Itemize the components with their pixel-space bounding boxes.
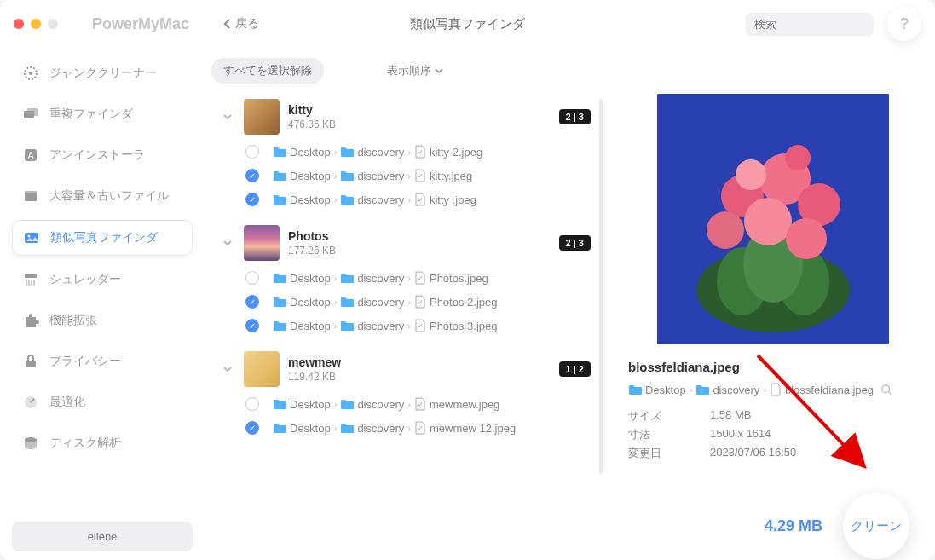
group-count-badge: 2 | 3	[559, 235, 591, 251]
file-row[interactable]: Desktop›discovery›kitty .jpeg	[211, 188, 599, 211]
file-row[interactable]: Desktop›discovery›mewmew.jpeg	[211, 392, 599, 416]
search-input[interactable]	[754, 18, 897, 31]
titlebar: PowerMyMac 戻る 類似写真ファインダ ?	[0, 0, 935, 48]
sidebar-item-disk-analysis[interactable]: ディスク解析	[12, 426, 193, 460]
file-checkbox[interactable]	[245, 319, 259, 332]
svg-point-11	[28, 235, 31, 238]
search-box[interactable]	[746, 13, 874, 36]
group-count-badge: 2 | 3	[559, 109, 591, 124]
svg-rect-9	[25, 191, 37, 193]
file-checkbox[interactable]	[245, 397, 259, 411]
meta-size-label: サイズ	[628, 408, 710, 424]
gear-icon	[22, 65, 39, 82]
meta-mod-value: 2023/07/06 16:50	[710, 446, 796, 461]
svg-rect-5	[27, 108, 38, 116]
path-seg: discovery	[357, 422, 404, 435]
result-group: mewmew119.42 KB1 | 2Desktop›discovery›me…	[211, 346, 599, 440]
file-row[interactable]: Desktop›discovery›Photos.jpeg	[211, 266, 599, 290]
group-header[interactable]: Photos177.26 KB2 | 3	[211, 220, 599, 266]
chevron-left-icon	[223, 18, 232, 30]
path-sep: ›	[690, 384, 693, 395]
clean-button[interactable]: クリーン	[843, 493, 909, 559]
group-header[interactable]: kitty476.36 KB2 | 3	[211, 94, 599, 140]
path-sep: ›	[763, 384, 766, 395]
sidebar-item-shredder[interactable]: シュレッダー	[12, 263, 193, 297]
puzzle-icon	[22, 312, 39, 329]
sidebar-item-privacy[interactable]: プライバシー	[12, 344, 193, 378]
file-checkbox[interactable]	[245, 295, 259, 309]
sidebar-item-label: 機能拡張	[49, 313, 97, 328]
sidebar-item-large-old-files[interactable]: 大容量＆古いファイル	[12, 179, 193, 213]
file-checkbox[interactable]	[245, 145, 259, 159]
meta-dim-value: 1500 x 1614	[710, 427, 771, 442]
lock-icon	[22, 353, 39, 370]
chevron-down-icon	[435, 66, 443, 75]
sidebar-item-extensions[interactable]: 機能拡張	[12, 303, 193, 338]
file-row[interactable]: Desktop›discovery›Photos 3.jpeg	[211, 314, 599, 338]
app-icon: A	[22, 147, 39, 164]
svg-point-3	[29, 72, 32, 75]
group-meta: mewmew119.42 KB	[288, 355, 559, 383]
file-checkbox[interactable]	[245, 271, 259, 285]
path-seg: discovery	[357, 320, 404, 332]
meta-dim-label: 寸法	[628, 427, 710, 442]
path-seg: discovery	[357, 296, 404, 309]
sidebar-item-similar-photo-finder[interactable]: 類似写真ファインダ	[12, 220, 193, 256]
folder-icon	[695, 384, 709, 395]
path-seg: Desktop	[290, 422, 331, 435]
sidebar-item-optimize[interactable]: 最適化	[12, 385, 193, 419]
path-seg: Desktop	[290, 170, 331, 182]
filename: kitty.jpeg	[430, 170, 472, 182]
file-row[interactable]: Desktop›discovery›kitty.jpeg	[211, 164, 599, 188]
file-row[interactable]: Desktop›discovery›Photos 2.jpeg	[211, 290, 599, 314]
shredder-icon	[22, 271, 39, 288]
collapse-toggle[interactable]	[220, 109, 235, 124]
folders-icon	[22, 106, 39, 123]
group-header[interactable]: mewmew119.42 KB1 | 2	[211, 346, 599, 392]
collapse-toggle[interactable]	[220, 235, 235, 251]
svg-point-28	[744, 198, 792, 245]
zoom-window-button[interactable]	[48, 19, 58, 29]
svg-line-34	[889, 392, 892, 395]
sidebar-item-label: シュレッダー	[49, 272, 121, 287]
sidebar-item-duplicate-finder[interactable]: 重複ファインダ	[12, 97, 193, 131]
file-breadcrumb: Desktop›discovery›kitty 2.jpeg	[273, 145, 482, 159]
group-name: mewmew	[288, 355, 559, 369]
sort-button[interactable]: 表示順序	[387, 63, 443, 78]
file-breadcrumb: Desktop›discovery›Photos 3.jpeg	[273, 319, 497, 332]
svg-point-31	[736, 159, 766, 190]
sidebar-item-uninstaller[interactable]: A アンインストーラ	[12, 138, 193, 172]
reveal-icon[interactable]	[880, 384, 892, 395]
user-pill[interactable]: eliene	[12, 522, 193, 551]
svg-point-32	[785, 145, 811, 170]
vertical-scrollbar[interactable]	[599, 99, 603, 474]
path-seg: Desktop	[290, 193, 331, 206]
total-size: 4.29 MB	[765, 517, 822, 535]
file-checkbox[interactable]	[245, 421, 259, 435]
deselect-all-button[interactable]: すべてを選択解除	[211, 58, 324, 84]
help-button[interactable]: ?	[887, 7, 921, 41]
file-breadcrumb: Desktop›discovery›Photos.jpeg	[273, 271, 488, 285]
svg-point-30	[786, 218, 827, 259]
back-button[interactable]: 戻る	[223, 16, 259, 32]
sidebar-item-junk-cleaner[interactable]: ジャンククリーナー	[12, 56, 193, 90]
filename: mewmew 12.jpeg	[430, 422, 516, 435]
speed-icon	[22, 394, 39, 411]
file-checkbox[interactable]	[245, 169, 259, 182]
close-window-button[interactable]	[14, 19, 24, 29]
disk-icon	[22, 435, 39, 452]
group-name: kitty	[288, 103, 559, 117]
sidebar-item-label: プライバシー	[49, 354, 121, 369]
path-seg: blossfeldiana.jpeg	[785, 384, 874, 396]
file-row[interactable]: Desktop›discovery›mewmew 12.jpeg	[211, 416, 599, 440]
collapse-toggle[interactable]	[220, 361, 235, 377]
group-meta: Photos177.26 KB	[288, 229, 559, 257]
preview-panel: blossfeldiana.jpeg Desktop › discovery ›…	[603, 48, 935, 560]
result-group: Photos177.26 KB2 | 3Desktop›discovery›Ph…	[211, 220, 599, 338]
file-checkbox[interactable]	[245, 193, 259, 206]
path-seg: discovery	[357, 272, 404, 285]
svg-point-29	[707, 211, 744, 249]
path-seg: Desktop	[645, 384, 686, 396]
minimize-window-button[interactable]	[31, 19, 41, 29]
file-row[interactable]: Desktop›discovery›kitty 2.jpeg	[211, 140, 599, 164]
